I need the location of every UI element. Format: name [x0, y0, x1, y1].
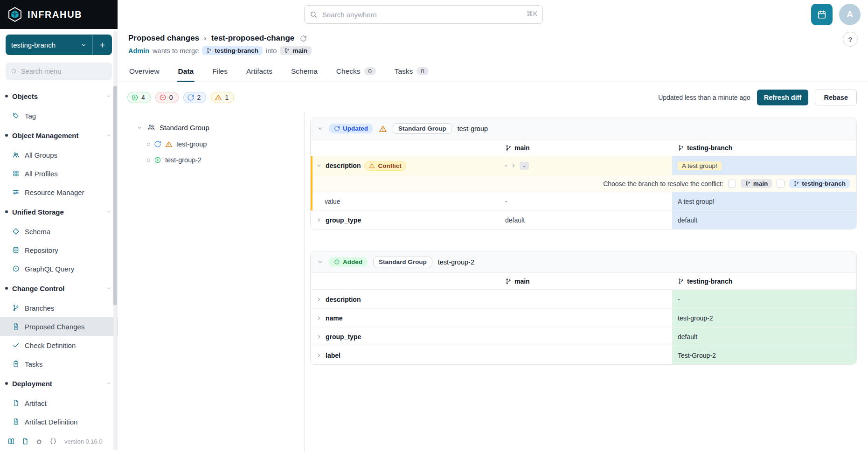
global-search[interactable]: ⌘K	[304, 5, 543, 24]
merge-text: wants to merge	[153, 47, 199, 55]
attribute-label-cell[interactable]: group_type	[311, 327, 500, 346]
panel-header[interactable]: Updated Standard Group test-group	[311, 118, 856, 139]
property-label: value	[316, 198, 340, 205]
sidebar-item-all-groups[interactable]: All Groups	[0, 146, 118, 164]
sidebar-scrollbar-thumb[interactable]	[113, 86, 117, 305]
sidebar-item-artifact-definition[interactable]: Artifact Definition	[0, 412, 118, 431]
sidebar-item-tag[interactable]: Tag	[0, 106, 118, 125]
bug-icon[interactable]	[35, 438, 43, 445]
diff-panel-test-group-2: Added Standard Group test-group-2 main	[310, 251, 857, 365]
sidebar-item-label: Artifact	[25, 399, 47, 407]
breadcrumb-parent[interactable]: Proposed changes	[128, 34, 199, 43]
tab-overview[interactable]: Overview	[128, 61, 160, 82]
resolve-branch-checkbox[interactable]	[777, 180, 785, 188]
branch-selector-current[interactable]: testing-branch	[6, 41, 92, 49]
create-branch-button[interactable]	[92, 35, 112, 55]
branch-column-header: testing-branch	[672, 273, 856, 289]
tab-files[interactable]: Files	[211, 61, 229, 82]
attribute-row-description: description Conflict - -	[311, 156, 856, 175]
branch-value-cell: Test-Group-2	[672, 346, 856, 364]
menu-search-input[interactable]	[21, 68, 107, 75]
resolve-main-checkbox[interactable]	[728, 180, 736, 188]
sidebar-item-all-profiles[interactable]: All Profiles	[0, 164, 118, 183]
refresh-diff-button[interactable]: Refresh diff	[757, 90, 809, 105]
nav-section-change-control[interactable]: Change Control	[0, 278, 118, 299]
branch-selector[interactable]: testing-branch	[6, 35, 112, 55]
tree-node-test-group-2[interactable]: test-group-2	[147, 152, 296, 168]
tab-schema[interactable]: Schema	[290, 61, 319, 82]
code-braces-icon[interactable]	[49, 438, 57, 445]
user-avatar[interactable]: A	[839, 4, 861, 25]
nav-section-unified-storage[interactable]: Unified Storage	[0, 202, 118, 222]
branch-selector-value: testing-branch	[11, 41, 56, 49]
diff-panels: Updated Standard Group test-group main	[305, 112, 868, 452]
resolve-main-chip[interactable]: main	[741, 179, 772, 188]
attribute-label-cell[interactable]: description	[311, 290, 500, 308]
warning-icon	[369, 163, 375, 169]
chevron-down-icon	[106, 209, 111, 214]
branch-value-cell: A test group!	[672, 156, 856, 175]
main-area: ⌘K A Proposed changes › test-proposed-ch…	[118, 0, 868, 452]
sidebar-item-proposed-changes[interactable]: Proposed Changes	[0, 317, 118, 336]
nav-section-object-management[interactable]: Object Management	[0, 125, 118, 146]
old-value: -	[505, 162, 507, 169]
sidebar-item-label: Artifact Definition	[25, 418, 77, 426]
schedule-button[interactable]	[811, 4, 833, 25]
attribute-label-cell[interactable]: label	[311, 346, 500, 364]
tab-artifacts[interactable]: Artifacts	[245, 61, 273, 82]
repository-icon	[12, 246, 20, 254]
rebase-button[interactable]: Rebase	[815, 90, 857, 105]
sidebar-item-artifact[interactable]: Artifact	[0, 394, 118, 412]
attribute-label-cell[interactable]: description Conflict	[311, 156, 500, 175]
attribute-row-description: description -	[311, 290, 856, 308]
search-shortcut: ⌘K	[527, 10, 537, 17]
main-value-cell	[500, 327, 672, 346]
sidebar-item-resource-manager[interactable]: Resource Manager	[0, 183, 118, 202]
sidebar-item-branches[interactable]: Branches	[0, 299, 118, 317]
infrahub-home-link[interactable]: INFRAHUB	[0, 0, 118, 29]
tasks-icon	[12, 360, 20, 368]
conflict-badge: Conflict	[364, 161, 406, 171]
status-badge-added: Added	[329, 257, 368, 267]
branch-column-header: testing-branch	[672, 139, 856, 156]
tree-node-standard-group[interactable]: Standard Group	[137, 123, 296, 132]
sidebar-item-check-definition[interactable]: Check Definition	[0, 336, 118, 355]
tree-node-test-group[interactable]: test-group	[147, 136, 296, 152]
sidebar-item-label: Check Definition	[25, 341, 76, 349]
sidebar-item-schema[interactable]: Schema	[0, 222, 118, 241]
refresh-icon[interactable]	[300, 35, 307, 42]
section-bullet	[5, 287, 8, 290]
into-text: into	[266, 47, 277, 55]
added-count: 4	[141, 94, 145, 101]
tab-label: Tasks	[395, 67, 413, 76]
sidebar-item-tasks[interactable]: Tasks	[0, 355, 118, 373]
help-button[interactable]: ?	[843, 32, 858, 47]
menu-search[interactable]	[6, 63, 112, 80]
branch-value: A test group!	[678, 198, 715, 205]
tree-bullet-icon	[147, 143, 150, 146]
tab-data[interactable]: Data	[177, 61, 195, 82]
source-branch-chip[interactable]: testing-branch	[202, 46, 263, 55]
plus-circle-icon	[131, 94, 139, 101]
chevron-right-icon	[316, 297, 322, 302]
section-label: Unified Storage	[12, 208, 64, 216]
attribute-label-cell[interactable]: name	[311, 309, 500, 327]
nav-section-objects[interactable]: Objects	[0, 86, 118, 106]
chevron-down-icon	[317, 125, 323, 132]
chevron-down-icon	[106, 133, 111, 138]
tab-count-badge: 0	[417, 67, 428, 75]
global-search-input[interactable]	[304, 5, 543, 24]
resolve-branch-chip[interactable]: testing-branch	[789, 179, 850, 188]
target-branch-chip[interactable]: main	[280, 46, 312, 55]
branch-value: Test-Group-2	[678, 352, 716, 359]
attribute-label-cell[interactable]: group_type	[311, 211, 500, 229]
sidebar-item-graphql-query[interactable]: GraphQL Query	[0, 259, 118, 278]
docs-icon[interactable]	[7, 438, 15, 445]
tab-checks[interactable]: Checks 0	[335, 61, 377, 82]
panel-header[interactable]: Added Standard Group test-group-2	[311, 251, 856, 273]
tab-tasks[interactable]: Tasks 0	[394, 61, 430, 82]
sidebar-item-repository[interactable]: Repository	[0, 241, 118, 259]
tab-label: Files	[212, 67, 228, 76]
nav-section-deployment[interactable]: Deployment	[0, 373, 118, 394]
document-icon[interactable]	[21, 438, 29, 445]
